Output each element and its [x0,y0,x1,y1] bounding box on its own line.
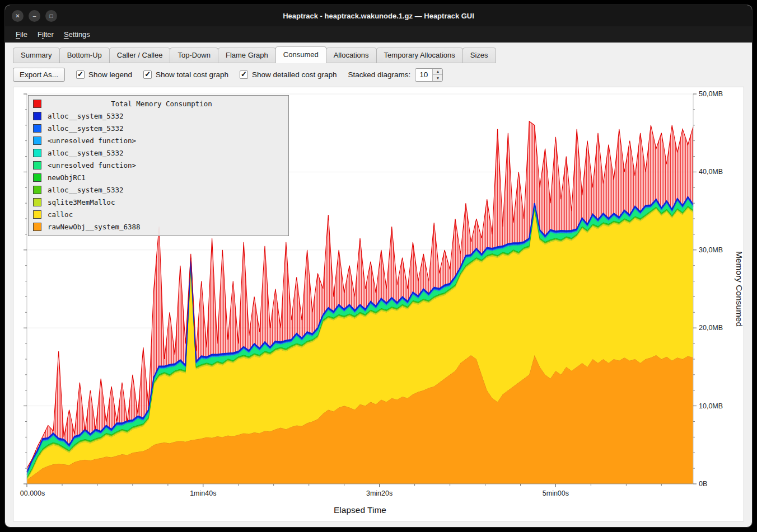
maximize-button[interactable]: □ [45,10,57,22]
checkbox-box [240,70,248,79]
tab-consumed[interactable]: Consumed [275,46,326,63]
menu-filter[interactable]: Filter [32,28,59,41]
legend-label: sqlite3MemMalloc [48,198,115,206]
x-axis-tick-label: 3min20s [366,489,392,497]
tab-temporary-allocations[interactable]: Temporary Allocations [376,48,463,63]
tab-top-down[interactable]: Top-Down [170,48,218,63]
x-axis-title: Elapsed Time [334,505,386,515]
legend-entry: alloc__system_5332 [33,147,284,159]
legend-swatch [33,186,41,194]
legend-label: <unresolved function> [48,136,136,145]
y-axis-tick-label: 10,0MB [699,402,723,410]
x-axis-tick-label: 00.000s [20,489,45,497]
tab-allocations[interactable]: Allocations [326,48,377,63]
legend-swatch [33,198,41,206]
chart-legend: Total Memory Consumptionalloc__system_53… [28,95,289,236]
legend-label: alloc__system_5332 [48,112,123,120]
legend-title-row: Total Memory Consumption [33,97,284,110]
tab-flame-graph[interactable]: Flame Graph [218,48,276,63]
checkbox-show-detailed-cost-graph[interactable]: Show detailed cost graph [240,70,337,79]
tab-caller-callee[interactable]: Caller / Callee [109,48,171,63]
checkbox-box [76,70,85,79]
menu-settings[interactable]: Settings [59,28,95,41]
legend-swatch [33,223,41,231]
legend-label: calloc [48,210,73,219]
window-title: Heaptrack - heaptrack.wakunode.1.gz — He… [5,12,752,20]
checkbox-show-legend[interactable]: Show legend [76,70,132,79]
legend-swatch [33,149,41,157]
close-button[interactable]: ✕ [12,10,24,22]
spin-buttons [432,69,442,81]
minimize-button[interactable]: – [29,10,40,22]
checkbox-show-total-cost-graph[interactable]: Show total cost graph [143,70,228,79]
legend-entry: newObjRC1 [33,171,284,183]
legend-entry: calloc [33,208,284,220]
legend-entry: sqlite3MemMalloc [33,196,284,208]
legend-swatch [33,124,41,133]
legend-label: alloc__system_5332 [48,124,123,133]
stacked-diagrams-label: Stacked diagrams: [348,70,411,79]
y-axis-tick-label: 20,0MB [699,324,723,332]
legend-label: newObjRC1 [48,173,86,182]
tab-summary[interactable]: Summary [13,48,60,63]
stacked-diagrams-spinbox[interactable]: 10 [415,68,443,82]
toolbar-checkboxes: Show legendShow total cost graphShow det… [76,70,337,79]
toolbar: Export As... Show legendShow total cost … [5,63,752,86]
stacked-diagrams-value[interactable]: 10 [415,69,432,81]
y-axis-title: Memory Consumed [735,251,744,327]
tab-sizes[interactable]: Sizes [462,48,496,63]
legend-entry: <unresolved function> [33,159,284,171]
close-icon: ✕ [15,13,20,19]
legend-entry: alloc__system_5332 [33,110,284,122]
legend-swatch-total [33,100,41,108]
legend-swatch [33,173,41,182]
maximize-icon: □ [49,13,53,19]
y-axis-tick-label: 50,0MB [699,90,723,98]
legend-swatch [33,136,41,145]
tab-bar: SummaryBottom-UpCaller / CalleeTop-DownF… [5,43,752,63]
legend-label: alloc__system_5332 [48,149,123,157]
legend-label: <unresolved function> [48,161,136,170]
checkbox-box [143,70,152,79]
legend-swatch [33,112,41,120]
x-axis-tick-label: 1min40s [190,489,216,497]
legend-title: Total Memory Consumption [48,100,284,108]
heaptrack-window: Heaptrack - heaptrack.wakunode.1.gz — He… [4,4,753,528]
minimize-icon: – [33,13,36,19]
y-axis-tick-label: 0B [699,480,707,488]
y-axis-tick-label: 40,0MB [699,168,723,176]
legend-entry: rawNewObj__system_6388 [33,220,284,233]
menubar: FileFilterSettings [5,26,752,43]
checkbox-label: Show legend [88,70,132,79]
desktop-background: Heaptrack - heaptrack.wakunode.1.gz — He… [0,0,757,532]
legend-swatch [33,161,41,170]
legend-swatch [33,210,41,219]
checkbox-label: Show detailed cost graph [252,70,337,79]
spin-up-button[interactable] [433,69,442,75]
x-axis-tick-label: 5min00s [543,489,569,497]
legend-entry: alloc__system_5332 [33,122,284,134]
legend-entry: alloc__system_5332 [33,183,284,196]
export-as-button[interactable]: Export As... [13,68,65,82]
stacked-diagrams-control: Stacked diagrams: 10 [348,68,443,82]
legend-label: rawNewObj__system_6388 [48,223,141,231]
titlebar[interactable]: Heaptrack - heaptrack.wakunode.1.gz — He… [5,5,752,26]
consumed-chart[interactable]: 0B10,0MB20,0MB30,0MB40,0MB50,0MB00.000s1… [13,87,744,521]
y-axis-tick-label: 30,0MB [699,246,723,254]
spin-down-button[interactable] [433,74,442,81]
checkbox-label: Show total cost graph [156,70,228,79]
legend-label: alloc__system_5332 [48,186,123,194]
tab-bottom-up[interactable]: Bottom-Up [59,48,110,63]
legend-entry: <unresolved function> [33,134,284,147]
window-controls: ✕–□ [12,10,57,22]
menu-file[interactable]: File [11,28,32,41]
